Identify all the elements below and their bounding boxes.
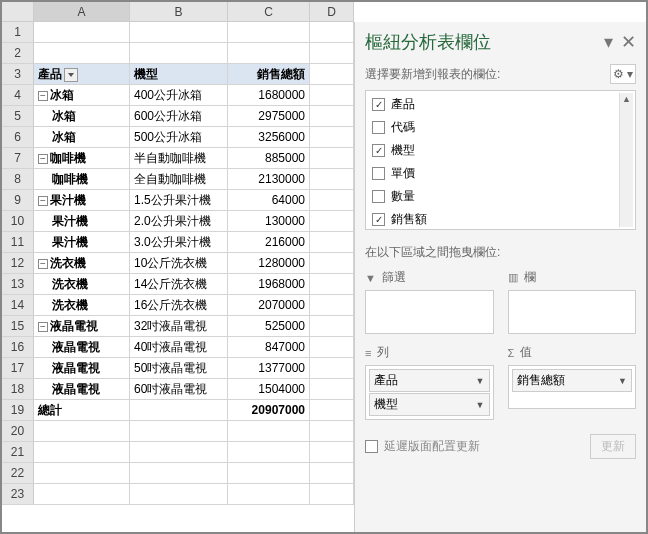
cell[interactable] <box>34 463 130 483</box>
field-item[interactable]: 產品 <box>370 93 631 116</box>
cell[interactable]: 885000 <box>228 148 310 168</box>
cell[interactable] <box>310 337 354 357</box>
filters-drop-area[interactable] <box>365 290 494 334</box>
cell[interactable] <box>310 169 354 189</box>
col-header-c[interactable]: C <box>228 2 310 21</box>
values-drop-area[interactable]: 銷售總額▼ <box>508 365 637 409</box>
cell[interactable]: 3.0公升果汁機 <box>130 232 228 252</box>
pane-menu-icon[interactable]: ▾ <box>604 31 613 53</box>
cell[interactable] <box>228 22 310 42</box>
cell[interactable]: 半自動咖啡機 <box>130 148 228 168</box>
cell[interactable] <box>310 148 354 168</box>
row-header[interactable]: 23 <box>2 484 34 504</box>
field-checkbox[interactable] <box>372 213 385 226</box>
cell[interactable]: 847000 <box>228 337 310 357</box>
cell[interactable]: −洗衣機 <box>34 253 130 273</box>
cell[interactable] <box>310 379 354 399</box>
cell[interactable] <box>310 106 354 126</box>
row-header[interactable]: 2 <box>2 43 34 63</box>
cell[interactable]: 60吋液晶電視 <box>130 379 228 399</box>
field-item[interactable]: 代碼 <box>370 116 631 139</box>
cell[interactable]: 14公斤洗衣機 <box>130 274 228 294</box>
row-header[interactable]: 15 <box>2 316 34 336</box>
close-icon[interactable]: ✕ <box>621 31 636 53</box>
row-header[interactable]: 6 <box>2 127 34 147</box>
row-header[interactable]: 14 <box>2 295 34 315</box>
field-item[interactable]: 機型 <box>370 139 631 162</box>
cell[interactable]: 銷售總額 <box>228 64 310 84</box>
cell[interactable] <box>228 484 310 504</box>
cell[interactable]: 500公升冰箱 <box>130 127 228 147</box>
rows-drop-area[interactable]: 產品▼機型▼ <box>365 365 494 420</box>
cell[interactable] <box>310 22 354 42</box>
collapse-icon[interactable]: − <box>38 322 48 332</box>
col-header-a[interactable]: A <box>34 2 130 21</box>
cell[interactable]: 525000 <box>228 316 310 336</box>
cell[interactable]: −果汁機 <box>34 190 130 210</box>
field-checkbox[interactable] <box>372 98 385 111</box>
cell[interactable]: 1504000 <box>228 379 310 399</box>
field-checkbox[interactable] <box>372 167 385 180</box>
cell[interactable] <box>130 421 228 441</box>
cell[interactable]: 1.5公升果汁機 <box>130 190 228 210</box>
cell[interactable]: 咖啡機 <box>34 169 130 189</box>
cell[interactable] <box>310 400 354 420</box>
cell[interactable] <box>130 442 228 462</box>
cell[interactable] <box>310 43 354 63</box>
cell[interactable] <box>34 22 130 42</box>
cell[interactable]: 冰箱 <box>34 106 130 126</box>
cell[interactable] <box>228 43 310 63</box>
row-header[interactable]: 10 <box>2 211 34 231</box>
field-checkbox[interactable] <box>372 121 385 134</box>
field-pill[interactable]: 產品▼ <box>369 369 490 392</box>
gear-icon[interactable]: ⚙ ▾ <box>610 64 636 84</box>
cell[interactable]: 2975000 <box>228 106 310 126</box>
collapse-icon[interactable]: − <box>38 154 48 164</box>
cell[interactable]: 產品 <box>34 64 130 84</box>
cell[interactable] <box>130 400 228 420</box>
row-header[interactable]: 22 <box>2 463 34 483</box>
cell[interactable] <box>310 274 354 294</box>
cell[interactable] <box>130 43 228 63</box>
select-all-corner[interactable] <box>2 2 34 21</box>
cell[interactable]: 1280000 <box>228 253 310 273</box>
field-pill[interactable]: 銷售總額▼ <box>512 369 633 392</box>
cell[interactable] <box>310 442 354 462</box>
filter-dropdown-icon[interactable] <box>64 68 78 82</box>
cell[interactable] <box>228 421 310 441</box>
cell[interactable]: −咖啡機 <box>34 148 130 168</box>
cell[interactable]: 2130000 <box>228 169 310 189</box>
cell[interactable] <box>34 421 130 441</box>
cell[interactable] <box>310 85 354 105</box>
cell[interactable]: 機型 <box>130 64 228 84</box>
cell[interactable]: −液晶電視 <box>34 316 130 336</box>
cell[interactable]: 總計 <box>34 400 130 420</box>
cell[interactable]: 果汁機 <box>34 232 130 252</box>
cell[interactable]: 2.0公升果汁機 <box>130 211 228 231</box>
row-header[interactable]: 4 <box>2 85 34 105</box>
collapse-icon[interactable]: − <box>38 91 48 101</box>
cell[interactable] <box>310 127 354 147</box>
cell[interactable] <box>34 484 130 504</box>
cell[interactable] <box>130 463 228 483</box>
cell[interactable] <box>310 190 354 210</box>
row-header[interactable]: 7 <box>2 148 34 168</box>
row-header[interactable]: 16 <box>2 337 34 357</box>
cell[interactable] <box>310 421 354 441</box>
row-header[interactable]: 9 <box>2 190 34 210</box>
cell[interactable]: 64000 <box>228 190 310 210</box>
cell[interactable]: 50吋液晶電視 <box>130 358 228 378</box>
cell[interactable]: 3256000 <box>228 127 310 147</box>
collapse-icon[interactable]: − <box>38 259 48 269</box>
cell[interactable] <box>130 22 228 42</box>
cell[interactable] <box>228 442 310 462</box>
cell[interactable] <box>310 463 354 483</box>
cell[interactable]: 1968000 <box>228 274 310 294</box>
row-header[interactable]: 11 <box>2 232 34 252</box>
cell[interactable] <box>310 316 354 336</box>
row-header[interactable]: 3 <box>2 64 34 84</box>
cell[interactable] <box>310 358 354 378</box>
cell[interactable]: 液晶電視 <box>34 358 130 378</box>
field-pill[interactable]: 機型▼ <box>369 393 490 416</box>
col-header-d[interactable]: D <box>310 2 354 21</box>
